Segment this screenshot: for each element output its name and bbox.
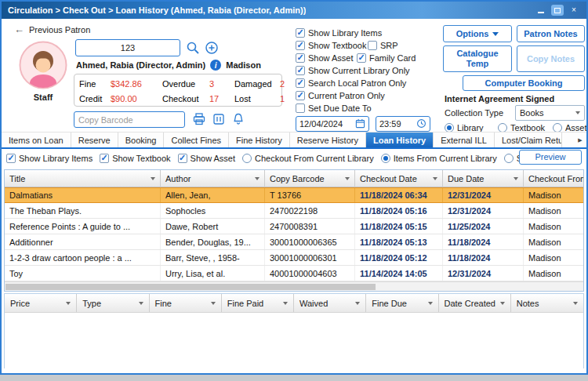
- checkout-label: Checkout: [162, 94, 209, 103]
- filter-dropdown-icon[interactable]: [139, 302, 143, 305]
- checkout-value: 17: [209, 94, 234, 103]
- collection-type-value: Books: [520, 108, 544, 118]
- checkbox-show-asset[interactable]: ✓ Show Asset: [296, 53, 353, 63]
- tab-reserve-history[interactable]: Reserve History: [290, 132, 366, 147]
- info-icon[interactable]: i: [210, 60, 221, 71]
- filter-show-asset[interactable]: ✓ Show Asset: [178, 154, 235, 163]
- frame-icon[interactable]: [211, 111, 227, 127]
- table-row[interactable]: Toy Urry, Lisa, et al. 40001000004603 11…: [5, 266, 583, 281]
- lost-label: Lost: [234, 94, 280, 103]
- checkbox-family-card[interactable]: ✓ Family Card: [357, 53, 416, 63]
- window-controls: ×: [535, 5, 580, 16]
- checkbox-current-patron-only[interactable]: ✓ Current Patron Only: [296, 91, 385, 100]
- bell-icon[interactable]: [230, 111, 246, 127]
- cell-due-date: 11/18/2024: [443, 250, 524, 265]
- minimize-button[interactable]: [535, 5, 547, 16]
- column-header-waived[interactable]: Waived: [294, 294, 366, 312]
- cell-checkout-date: 11/14/2024 14:05: [355, 266, 443, 281]
- tab-reserve[interactable]: Reserve: [71, 132, 118, 147]
- tab-items-on-loan[interactable]: Items on Loan: [2, 132, 71, 147]
- column-header-title[interactable]: Title: [5, 170, 161, 187]
- table-row[interactable]: 1-2-3 draw cartoon people : a ... Barr, …: [5, 250, 583, 266]
- column-header-fine-paid[interactable]: Fine Paid: [222, 294, 294, 312]
- table-row[interactable]: Reference Points : A guide to ... Dawe, …: [5, 219, 583, 234]
- column-header-checkout-from[interactable]: Checkout From: [524, 170, 583, 187]
- tab-loan-history[interactable]: Loan History: [366, 132, 434, 147]
- column-header-fine[interactable]: Fine: [150, 294, 222, 312]
- checkbox-icon: [368, 41, 377, 50]
- filter-dropdown-icon[interactable]: [211, 302, 216, 305]
- tab-lost-claim-return[interactable]: Lost/Claim Retur: [495, 132, 562, 147]
- copy-notes-button[interactable]: Copy Notes: [517, 45, 585, 72]
- column-header-type[interactable]: Type: [77, 294, 149, 312]
- column-header-price[interactable]: Price: [5, 294, 77, 312]
- checkbox-show-textbook[interactable]: ✓ Show Textbook: [296, 41, 366, 50]
- column-header-fine-due[interactable]: Fine Due: [366, 294, 438, 312]
- credit-label: Credit: [79, 94, 111, 103]
- catalogue-temp-label: Catalogue Temp: [453, 49, 502, 68]
- due-time-field[interactable]: 23:59: [376, 116, 430, 132]
- filter-dropdown-icon[interactable]: [355, 302, 360, 305]
- tab-scroll-right-icon[interactable]: ▶: [574, 132, 586, 147]
- patron-barcode-input[interactable]: [75, 39, 180, 56]
- add-patron-icon[interactable]: [204, 40, 220, 56]
- cell-title: Toy: [5, 266, 161, 281]
- close-button[interactable]: ×: [568, 5, 580, 16]
- filter-dropdown-icon[interactable]: [283, 302, 288, 305]
- filter-show-library-items[interactable]: ✓ Show Library Items: [6, 154, 93, 163]
- column-header-notes[interactable]: Notes: [511, 294, 583, 312]
- checkbox-show-current-library-only[interactable]: ✓ Show Current Library Only: [296, 66, 410, 75]
- scrollbar-thumb[interactable]: [5, 284, 376, 290]
- checkbox-srp[interactable]: SRP: [368, 41, 398, 50]
- cell-barcode: 30001000006365: [265, 234, 355, 249]
- print-icon[interactable]: [191, 111, 207, 127]
- patron-branch: Madison: [226, 60, 261, 70]
- computer-booking-button[interactable]: Computer Booking: [463, 75, 585, 91]
- previous-patron-link[interactable]: ← Previous Patron: [14, 24, 90, 35]
- collection-type-select[interactable]: Books: [515, 105, 585, 121]
- column-header-date-created[interactable]: Date Created: [439, 294, 511, 312]
- tab-external-ill[interactable]: External ILL: [434, 132, 495, 147]
- cell-author: Barr, Steve, , 1958-: [161, 250, 265, 265]
- tab-booking[interactable]: Booking: [118, 132, 165, 147]
- maximize-button[interactable]: [551, 5, 564, 16]
- filter-dropdown-icon[interactable]: [428, 302, 433, 305]
- filter-checkout-from-current-library[interactable]: Checkout From Current Library: [242, 154, 374, 163]
- filter-show-textbook[interactable]: ✓ Show Textbook: [100, 154, 170, 163]
- checkbox-icon: ✓: [296, 41, 305, 50]
- window-title: Circulation > Check Out > Loan History (…: [8, 5, 306, 15]
- checkbox-set-due-date-to[interactable]: Set Due Date To: [296, 103, 372, 113]
- column-header-checkout-date[interactable]: Checkout Date: [355, 170, 443, 187]
- cell-due-date: 11/18/2024: [443, 234, 524, 249]
- options-button[interactable]: Options: [443, 25, 512, 42]
- copy-barcode-input[interactable]: [74, 111, 185, 128]
- table-row[interactable]: The Theban Plays. Sophocles 2470022198 1…: [5, 203, 583, 219]
- due-date-field[interactable]: 12/04/2024: [296, 116, 369, 132]
- tab-fine-history[interactable]: Fine History: [229, 132, 290, 147]
- cell-checkout-from: Madison: [524, 250, 583, 265]
- collection-type-label: Collection Type: [445, 108, 503, 118]
- column-header-copy-barcode[interactable]: Copy Barcode: [265, 170, 355, 187]
- damaged-value: 2: [280, 79, 285, 89]
- checkbox-search-local-patron-only[interactable]: ✓ Search Local Patron Only: [296, 78, 406, 88]
- filter-dropdown-icon[interactable]: [573, 302, 578, 305]
- tab-collect-fines[interactable]: Collect Fines: [164, 132, 229, 147]
- radio-label: Items From Current Library: [394, 154, 497, 163]
- filter-items-from-current-library[interactable]: Items From Current Library: [381, 154, 497, 163]
- patron-notes-button[interactable]: Patron Notes: [517, 25, 585, 42]
- preview-button[interactable]: Preview: [519, 150, 582, 165]
- cell-author: Urry, Lisa, et al.: [161, 266, 265, 281]
- filter-dropdown-icon[interactable]: [500, 302, 505, 305]
- minimize-icon: [538, 12, 544, 13]
- checkbox-show-library-items[interactable]: ✓ Show Library Items: [296, 28, 382, 38]
- column-header-author[interactable]: Author: [161, 170, 265, 187]
- column-header-due-date[interactable]: Due Date: [443, 170, 524, 187]
- horizontal-scrollbar[interactable]: [5, 281, 583, 291]
- table-row[interactable]: Dalmatians Allen, Jean, T 13766 11/18/20…: [5, 187, 583, 203]
- checkbox-icon: ✓: [6, 154, 16, 163]
- table-row[interactable]: Additionner Bender, Douglas, 19... 30001…: [5, 234, 583, 250]
- filter-dropdown-icon[interactable]: [66, 302, 71, 305]
- catalogue-temp-button[interactable]: Catalogue Temp: [443, 45, 512, 72]
- search-icon[interactable]: [185, 40, 201, 56]
- checkbox-icon: [296, 103, 305, 113]
